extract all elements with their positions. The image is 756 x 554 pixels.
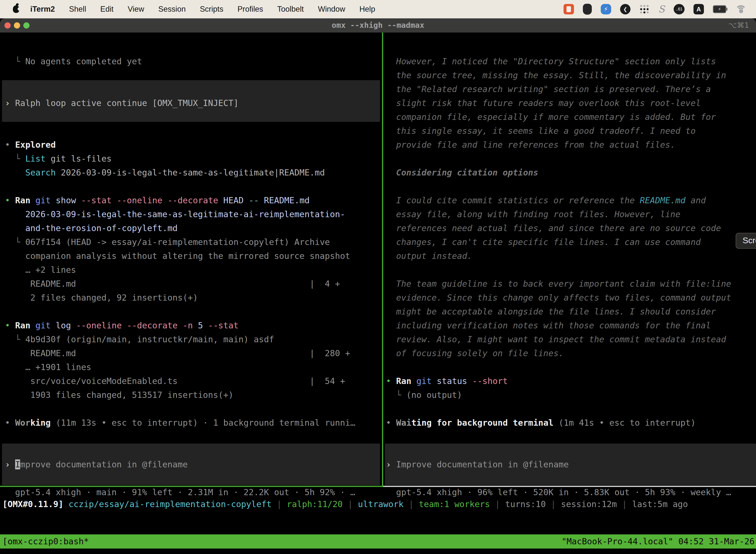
terminal-line: this single essay, it seems like a good … [386,124,756,138]
terminal-line: › Improve documentation in @filename [5,457,382,472]
tmux-host-clock: "MacBook-Pro-44.local" 04:52 31-Mar-26 [562,535,756,549]
terminal-line: companion analysis without altering the … [5,249,382,263]
terminal-line [386,179,756,193]
terminal-line: [OMX#0.11.9] cczip/essay/ai-reimplementa… [2,497,754,511]
tmux-session-label: [omx-cczip0:bash* [0,535,89,549]
terminal-line: changes, I can't cite specific file line… [386,235,756,249]
terminal-line: └ (no output) [386,388,756,402]
terminal-line: of focusing solely on file lines. [386,346,756,360]
menu-item-toolbelt[interactable]: Toolbelt [277,5,304,14]
terminal-line: might be acceptable alongside the file l… [386,304,756,319]
terminal-line: README.md | 280 + [5,346,382,360]
terminal-line: › Improve documentation in @filename [386,457,756,472]
terminal-line [5,430,382,444]
menu-item-session[interactable]: Session [158,5,186,14]
shield-grid-icon[interactable] [583,4,592,15]
terminal-line: … +1901 lines [5,360,382,374]
window-shortcut-badge: ⌥⌘1 [728,21,749,30]
menu-item-shell[interactable]: Shell [69,5,86,14]
keyboard-layout-icon[interactable]: A [693,4,704,14]
apple-menu-icon[interactable] [13,5,19,13]
s-curve-icon[interactable]: S [658,4,665,15]
pane-divider[interactable] [382,33,383,487]
menu-item-iterm2[interactable]: iTerm2 [30,5,55,14]
terminal-line [386,360,756,374]
terminal-line: and-the-erosion-of-copyleft.md [5,221,382,235]
screen-tooltip: Scre [736,233,756,249]
terminal-line [5,402,382,416]
blue-badge-bolt-icon[interactable]: ⚡ [601,4,611,14]
terminal-line [386,472,756,485]
terminal-line: • Waiting for background terminal (1m 41… [386,416,756,430]
battery-icon[interactable]: ⚡ [713,5,726,13]
terminal-line: 1903 files changed, 513517 insertions(+) [5,388,382,402]
terminal-line: slight risk that future readers may over… [386,96,756,110]
title-bar[interactable]: omx --xhigh --madmax ⌥⌘1 [0,18,756,33]
terminal-line: └ 067f154 (HEAD -> essay/ai-reimplementa… [5,235,382,249]
terminal-line [386,263,756,277]
menu-bar: iTerm2ShellEditViewSessionScriptsProfile… [0,0,756,18]
terminal-line [386,152,756,166]
terminal-line: references need actual files, and since … [386,221,756,235]
terminal-line [5,82,382,96]
menu-items: iTerm2ShellEditViewSessionScriptsProfile… [30,5,375,14]
terminal-line: └ List git ls-files [5,152,382,166]
terminal-line [5,110,382,124]
wifi-icon[interactable] [735,5,746,13]
percent-badge-icon[interactable]: ..61 [674,4,685,14]
terminal[interactable]: └ No agents completed yet › Ralph loop a… [0,33,756,554]
left-pane: └ No agents completed yet › Ralph loop a… [5,54,382,499]
terminal-line [386,444,756,457]
dots-grid-icon[interactable] [639,4,649,14]
terminal-line: └ No agents completed yet [5,54,382,68]
screen: iTerm2ShellEditViewSessionScriptsProfile… [0,0,756,554]
window-title: omx --xhigh --madmax [0,20,756,30]
menu-item-profiles[interactable]: Profiles [237,5,263,14]
circle-left-icon[interactable]: ❮ [620,4,630,14]
terminal-line: I could cite commit statistics or refere… [386,193,756,207]
terminal-line: 2026-03-09-is-legal-the-same-as-legitima… [5,207,382,221]
terminal-line: └ 4b9d30f (origin/main, instructkr/main,… [5,332,382,346]
menu-item-edit[interactable]: Edit [100,5,113,14]
terminal-line: … +2 lines [5,263,382,277]
terminal-line: provide file and line references from th… [386,138,756,152]
terminal-line: including verification notes with those … [386,319,756,332]
menu-item-view[interactable]: View [128,5,144,14]
terminal-line: 2 files changed, 92 insertions(+) [5,291,382,304]
terminal-line: the source tree, missing the essay. Stil… [386,68,756,82]
menu-item-help[interactable]: Help [359,5,375,14]
terminal-line: src/voice/voiceModeEnabled.ts | 54 + [5,374,382,388]
terminal-line [5,68,382,82]
terminal-line: essay file, along with finding root file… [386,207,756,221]
terminal-line [5,124,382,138]
terminal-line [5,472,382,485]
omx-status-line: [OMX#0.11.9] cczip/essay/ai-reimplementa… [2,497,754,511]
terminal-line: Search 2026-03-09-is-legal-the-same-as-l… [5,166,382,179]
terminal-line: Considering citation options [386,166,756,179]
terminal-line [5,304,382,319]
terminal-line [5,444,382,457]
menu-item-window[interactable]: Window [318,5,345,14]
terminal-line: • Ran git status --short [386,374,756,388]
terminal-line: README.md | 4 + [5,277,382,291]
terminal-line: • Ran git log --oneline --decorate -n 5 … [5,319,382,332]
chat-app-icon[interactable] [564,4,574,14]
terminal-line: • Explored [5,138,382,152]
terminal-line: • Working (11m 13s • esc to interrupt) ·… [5,416,382,430]
terminal-line: the "Related research writing" section i… [386,82,756,96]
menu-status-icons: ⚡ ❮ S ..61 A ⚡ [564,4,756,15]
left-pane-bottom-border [0,486,383,487]
terminal-line [386,402,756,416]
terminal-line: output instead. [386,249,756,263]
right-pane-bottom-border [383,486,756,487]
tmux-status-bar: [omx-cczip0:bash* "MacBook-Pro-44.local"… [0,535,756,549]
right-pane: However, I noticed the "Directory Struct… [386,54,756,499]
terminal-line: companion file, especially if more comme… [386,110,756,124]
menu-item-scripts[interactable]: Scripts [200,5,224,14]
iterm-window: omx --xhigh --madmax ⌥⌘1 └ No agents com… [0,18,756,554]
terminal-line: However, I noticed the "Directory Struct… [386,54,756,68]
terminal-line: evidence. Since this change only affects… [386,291,756,304]
terminal-line: The team guideline is to back every impo… [386,277,756,291]
terminal-line: › Ralph loop active continue [OMX_TMUX_I… [5,96,382,110]
terminal-line: review. Also, I might want to inspect th… [386,332,756,346]
